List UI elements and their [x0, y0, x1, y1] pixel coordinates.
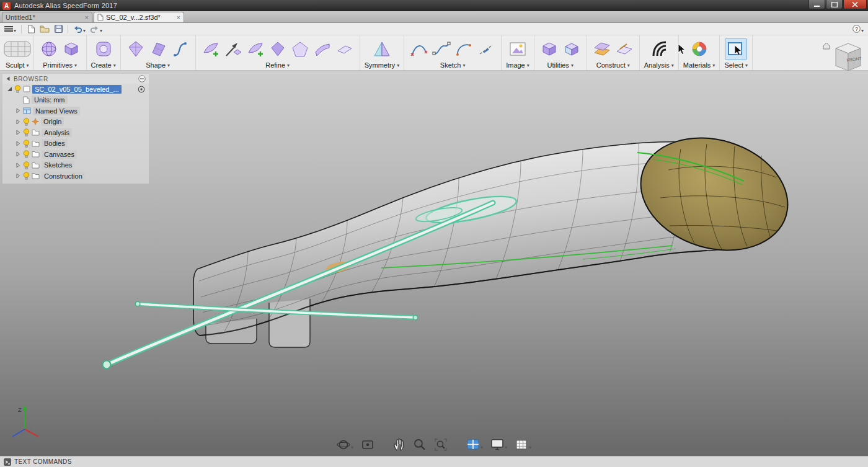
create-form-button[interactable] — [93, 38, 114, 60]
analysis-zebra-button[interactable] — [649, 38, 670, 60]
bulb-icon[interactable] — [23, 161, 30, 169]
bulb-icon[interactable] — [23, 118, 30, 126]
refine-arrow-button[interactable] — [223, 38, 244, 60]
pan-button[interactable] — [392, 437, 407, 453]
redo-button[interactable] — [89, 24, 104, 35]
shape-scurve-button[interactable] — [170, 38, 191, 60]
ribbon-group-label[interactable]: Sketch — [440, 61, 466, 69]
browser-item-construction[interactable]: Construction — [2, 171, 149, 182]
browser-item-sketches[interactable]: Sketches — [2, 160, 149, 171]
ribbon-group-label[interactable]: Materials — [683, 61, 715, 69]
ribbon-group-label[interactable]: Refine — [265, 61, 290, 69]
ribbon-group-label[interactable]: Create — [91, 61, 116, 69]
ribbon-group-label[interactable]: Symmetry — [365, 61, 400, 69]
refine-plane-button[interactable] — [334, 38, 355, 60]
browser-item-label[interactable]: Canvases — [42, 150, 77, 159]
browser-item-label[interactable]: Named Views — [33, 107, 80, 115]
utility-box2-button[interactable] — [561, 38, 582, 60]
document-tab-0[interactable]: Untitled1*× — [2, 12, 92, 22]
maximize-button[interactable] — [826, 0, 843, 9]
select-cursor-button[interactable] — [725, 38, 746, 60]
construct-planes2-button[interactable] — [614, 38, 635, 60]
browser-item-canvases[interactable]: Canvases — [2, 149, 149, 160]
browser-item-units-mm[interactable]: Units: mm — [2, 95, 149, 106]
refine-pentagon-button[interactable] — [290, 38, 311, 60]
tab-close-icon[interactable]: × — [85, 14, 89, 21]
bulb-icon[interactable] — [14, 85, 21, 93]
ribbon-group-label[interactable]: Utilities — [547, 61, 574, 69]
ribbon-group-label[interactable]: Construct — [596, 61, 630, 69]
tri-collapsed-icon[interactable] — [16, 119, 20, 125]
browser-item-sc-02-v05-05-beveled[interactable]: SC_02_v05_05_beveled_... — [2, 84, 149, 95]
menu-button[interactable] — [3, 24, 17, 35]
refine-sheet-button[interactable] — [312, 38, 333, 60]
shape-kite2-button[interactable] — [148, 38, 169, 60]
zoom-button[interactable] — [412, 437, 428, 453]
refine-leaf-plus2-button[interactable] — [245, 38, 266, 60]
viewport-canvas[interactable]: Z BROWSER SC_02_v05_05_beveled_...Units:… — [0, 71, 868, 456]
minimize-button[interactable] — [808, 0, 825, 9]
sculpt-lattice-button[interactable] — [7, 38, 28, 60]
ribbon-group-label[interactable]: Shape — [146, 61, 170, 69]
browser-item-label[interactable]: Origin — [41, 117, 64, 126]
orbit-button[interactable] — [335, 437, 355, 453]
view-cube[interactable]: FRONT — [822, 38, 867, 78]
ribbon-group-label[interactable]: Primitives — [43, 61, 77, 69]
shape-kite-button[interactable] — [125, 38, 146, 60]
ribbon-group-label[interactable]: Analysis — [644, 61, 674, 69]
tri-collapsed-icon[interactable] — [16, 173, 20, 179]
help-button[interactable]: ? — [851, 24, 865, 35]
utility-box-button[interactable] — [539, 38, 560, 60]
display-settings-button[interactable] — [489, 437, 508, 453]
browser-item-bodies[interactable]: Bodies — [2, 138, 149, 149]
browser-item-label[interactable]: SC_02_v05_05_beveled_... — [32, 85, 122, 94]
look-at-button[interactable] — [360, 437, 376, 453]
ribbon-group-label[interactable]: Sculpt — [6, 61, 29, 69]
browser-item-label[interactable]: Construction — [42, 172, 85, 180]
tri-collapsed-icon[interactable] — [16, 130, 20, 135]
viewports-button[interactable] — [465, 437, 484, 453]
home-icon[interactable] — [823, 43, 830, 49]
tri-expanded-icon[interactable] — [7, 86, 12, 92]
status-label[interactable]: TEXT COMMANDS — [14, 458, 72, 465]
tri-collapsed-icon[interactable] — [16, 162, 20, 168]
tri-collapsed-icon[interactable] — [16, 141, 20, 146]
bulb-icon[interactable] — [23, 172, 30, 180]
browser-item-named-views[interactable]: Named Views — [2, 105, 149, 117]
save-button[interactable] — [53, 24, 64, 35]
materials-ball-button[interactable] — [689, 38, 710, 60]
close-button[interactable] — [843, 0, 867, 9]
ribbon-group-label[interactable]: Image — [506, 61, 529, 69]
collapse-panel-icon[interactable] — [6, 76, 11, 81]
refine-leaf-plus-button[interactable] — [200, 38, 221, 60]
sketch-arc-button[interactable] — [453, 38, 474, 60]
ribbon-group-label[interactable]: Select — [724, 61, 748, 69]
text-commands-icon[interactable] — [4, 458, 11, 466]
bulb-icon[interactable] — [23, 150, 30, 158]
sketch-segment-button[interactable] — [476, 38, 497, 60]
document-tab-1[interactable]: SC_02_v...2.sf3d*× — [94, 12, 184, 22]
refine-kite-button[interactable] — [267, 38, 288, 60]
tri-collapsed-icon[interactable] — [16, 108, 20, 113]
sketch-curve-button[interactable] — [409, 38, 430, 60]
browser-item-origin[interactable]: Origin — [2, 117, 149, 128]
new-doc-button[interactable] — [25, 24, 37, 35]
bulb-icon[interactable] — [23, 140, 30, 148]
bulb-icon[interactable] — [23, 128, 30, 136]
open-folder-button[interactable] — [38, 24, 51, 35]
tri-collapsed-icon[interactable] — [16, 151, 20, 157]
sketch-spline-button[interactable] — [431, 38, 452, 60]
construct-planes-button[interactable] — [591, 38, 613, 60]
tab-close-icon[interactable]: × — [177, 14, 180, 21]
primitive-box-button[interactable] — [61, 38, 82, 60]
browser-item-label[interactable]: Units: mm — [32, 96, 68, 104]
browser-item-label[interactable]: Analysis — [42, 128, 72, 137]
zoom-fit-button[interactable] — [433, 437, 449, 453]
grid-settings-button[interactable] — [513, 437, 533, 453]
browser-item-label[interactable]: Bodies — [42, 139, 68, 148]
image-canvas-button[interactable] — [507, 38, 528, 60]
visibility-toggle-icon[interactable] — [138, 75, 146, 82]
browser-item-analysis[interactable]: Analysis — [2, 127, 149, 138]
primitive-sphere-button[interactable] — [38, 38, 60, 60]
view-cube-body[interactable]: FRONT — [836, 43, 862, 71]
